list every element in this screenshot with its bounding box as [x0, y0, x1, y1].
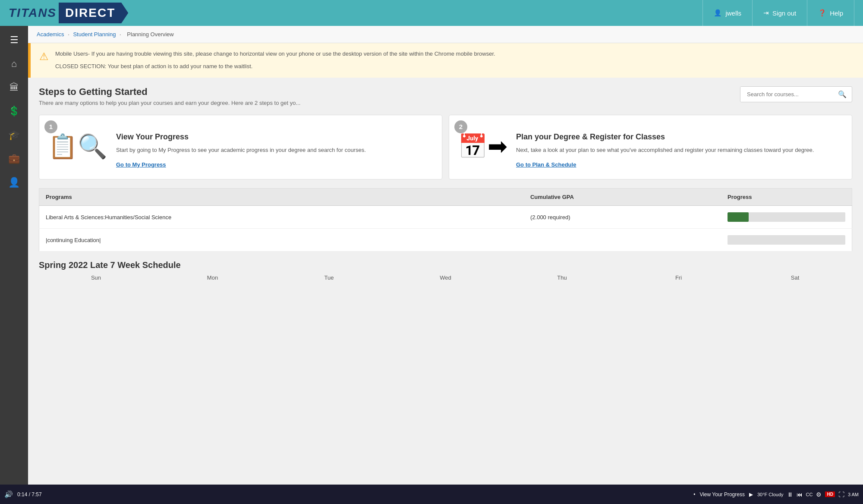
day-sun: Sun	[39, 274, 153, 281]
table-row: |continuing Education|	[39, 229, 852, 252]
sidebar: ☰ ⌂ 🏛 💲 🎓 💼 👤	[0, 26, 28, 485]
step-2-icon: 📅➡	[458, 132, 507, 161]
main-content: Academics · Student Planning · Planning …	[28, 26, 863, 485]
schedule-days-row: Sun Mon Tue Wed Thu Fri Sat	[39, 274, 852, 281]
col-gpa: Cumulative GPA	[524, 189, 721, 206]
taskbar-fullscreen-icon[interactable]: ⛶	[838, 491, 844, 498]
alert-text-block: Mobile Users- If you are having trouble …	[55, 50, 495, 71]
breadcrumb-sep2: ·	[120, 31, 123, 38]
help-icon: ❓	[818, 9, 826, 17]
step-card-1-inner: 📋🔍 View Your Progress Start by going to …	[48, 132, 433, 169]
taskbar-hd-badge: HD	[825, 491, 835, 497]
breadcrumb-academics[interactable]: Academics	[37, 31, 64, 38]
step-1-title: View Your Progress	[116, 132, 366, 142]
day-fri: Fri	[621, 274, 736, 281]
breadcrumb-sep1: ·	[68, 31, 71, 38]
briefcase-icon: 💼	[8, 153, 20, 164]
video-progress-time: 0:14 / 7:57	[17, 491, 689, 498]
user-icon: 👤	[714, 9, 722, 17]
top-header: TITANS DIRECT 👤 jwells ⇥ Sign out ❓ Help	[0, 0, 863, 26]
logo-direct-wrapper: DIRECT	[59, 3, 128, 23]
user-button[interactable]: 👤 jwells	[702, 0, 753, 26]
sidebar-bank-icon[interactable]: 🏛	[0, 76, 28, 99]
steps-cards: 1 📋🔍 View Your Progress Start by going t…	[39, 115, 852, 180]
taskbar-toggle-icon[interactable]: ⏮	[797, 491, 803, 498]
sidebar-briefcase-icon[interactable]: 💼	[0, 147, 28, 170]
step-2-title: Plan your Degree & Register for Classes	[516, 132, 814, 142]
step-1-content: View Your Progress Start by going to My …	[116, 132, 366, 169]
header-actions: 👤 jwells ⇥ Sign out ❓ Help	[702, 0, 854, 26]
progress-bar-container	[728, 212, 845, 222]
programs-table: Programs Cumulative GPA Progress Liberal…	[39, 188, 852, 252]
taskbar-bullet: •	[693, 491, 695, 498]
help-button[interactable]: ❓ Help	[807, 0, 854, 26]
search-courses-container: 🔍	[740, 86, 852, 102]
sidebar-graduation-icon[interactable]: 🎓	[0, 123, 28, 147]
day-mon: Mon	[155, 274, 270, 281]
search-button[interactable]: 🔍	[833, 87, 852, 102]
sidebar-dollar-icon[interactable]: 💲	[0, 99, 28, 123]
sidebar-menu-icon[interactable]: ☰	[0, 28, 28, 52]
username-label: jwells	[725, 9, 741, 17]
schedule-title: Spring 2022 Late 7 Week Schedule	[39, 260, 852, 270]
progress-bar-container	[728, 235, 845, 245]
step-card-2-inner: 📅➡ Plan your Degree & Register for Class…	[458, 132, 843, 169]
weather-display: 30°F Cloudy	[757, 492, 784, 497]
progress-bar-fill	[728, 212, 749, 222]
taskbar: 🔊 0:14 / 7:57 • View Your Progress ▶ 30°…	[0, 485, 863, 504]
sidebar-home-icon[interactable]: ⌂	[0, 52, 28, 76]
volume-icon[interactable]: 🔊	[4, 490, 13, 498]
search-icon: 🔍	[838, 91, 847, 98]
step-2-content: Plan your Degree & Register for Classes …	[516, 132, 814, 169]
alert-banner: ⚠ Mobile Users- If you are having troubl…	[28, 43, 863, 78]
breadcrumb-student-planning[interactable]: Student Planning	[73, 31, 116, 38]
content-area: Steps to Getting Started There are many …	[28, 78, 863, 290]
bank-icon: 🏛	[9, 82, 19, 93]
video-title: View Your Progress	[699, 491, 745, 498]
graduation-icon: 🎓	[8, 129, 20, 141]
search-input[interactable]	[740, 87, 833, 102]
program-progress	[721, 229, 852, 252]
steps-subtitle: There are many options to help you plan …	[39, 100, 300, 106]
taskbar-settings-icon[interactable]: ⚙	[816, 491, 822, 498]
taskbar-right: 30°F Cloudy ⏸ ⏮ CC ⚙ HD ⛶ 3 AM	[757, 491, 859, 498]
col-programs: Programs	[39, 189, 524, 206]
logo-direct: DIRECT	[65, 6, 115, 19]
program-name: Liberal Arts & Sciences:Humanities/Socia…	[39, 206, 524, 229]
alert-line2: CLOSED SECTION: Your best plan of action…	[55, 62, 495, 71]
program-progress	[721, 206, 852, 229]
signout-label: Sign out	[772, 9, 796, 17]
logo-titans: TITANS	[9, 6, 57, 20]
breadcrumb: Academics · Student Planning · Planning …	[28, 26, 863, 43]
step-1-icon: 📋🔍	[48, 132, 107, 161]
signout-icon: ⇥	[763, 9, 769, 17]
step-number-2: 2	[454, 120, 467, 133]
breadcrumb-current: Planning Overview	[127, 31, 173, 38]
layout: ☰ ⌂ 🏛 💲 🎓 💼 👤 Academics · Student Planni…	[0, 26, 863, 485]
signout-button[interactable]: ⇥ Sign out	[753, 0, 807, 26]
day-tue: Tue	[272, 274, 386, 281]
taskbar-arrow: ▶	[749, 491, 753, 498]
step-1-link[interactable]: Go to My Progress	[116, 161, 166, 168]
step-2-link[interactable]: Go to Plan & Schedule	[516, 161, 576, 168]
help-label: Help	[830, 9, 843, 17]
step-2-desc: Next, take a look at your plan to see wh…	[516, 146, 814, 154]
logo-area: TITANS DIRECT	[9, 3, 128, 23]
program-name: |continuing Education|	[39, 229, 524, 252]
step-1-desc: Start by going to My Progress to see you…	[116, 146, 366, 154]
step-card-1: 1 📋🔍 View Your Progress Start by going t…	[39, 115, 442, 180]
program-gpa: (2.000 required)	[524, 206, 721, 229]
taskbar-cc[interactable]: CC	[806, 492, 813, 497]
taskbar-time: 3 AM	[848, 492, 859, 497]
warning-icon: ⚠	[39, 50, 49, 63]
steps-title-block: Steps to Getting Started There are many …	[39, 86, 300, 106]
steps-title: Steps to Getting Started	[39, 86, 300, 98]
col-progress: Progress	[721, 189, 852, 206]
steps-header: Steps to Getting Started There are many …	[39, 86, 852, 106]
sidebar-user-icon[interactable]: 👤	[0, 170, 28, 194]
day-sat: Sat	[738, 274, 852, 281]
taskbar-pause-icon[interactable]: ⏸	[787, 491, 793, 498]
dollar-icon: 💲	[8, 106, 20, 117]
step-card-2: 2 📅➡ Plan your Degree & Register for Cla…	[449, 115, 852, 180]
table-row: Liberal Arts & Sciences:Humanities/Socia…	[39, 206, 852, 229]
